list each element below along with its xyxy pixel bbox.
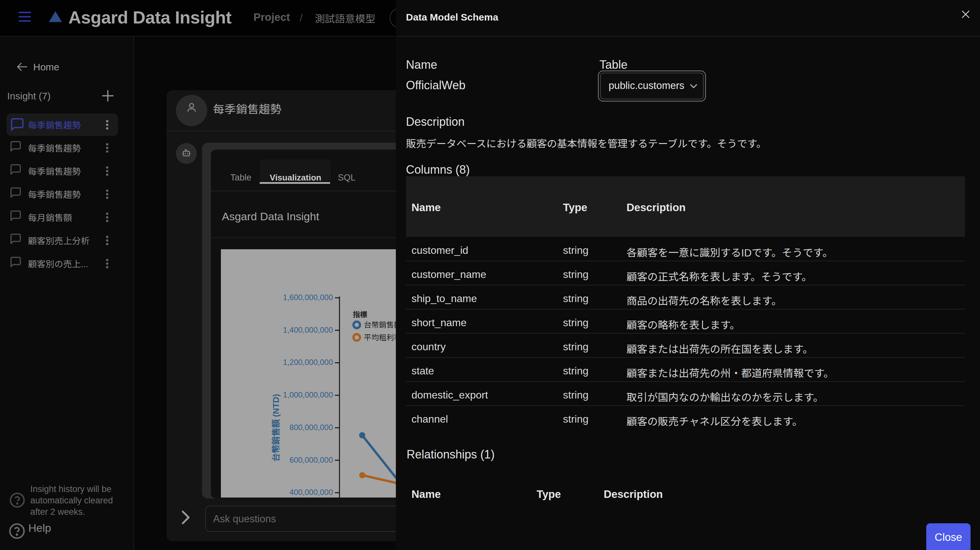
svg-text:1,200,000,000: 1,200,000,000 [283, 358, 333, 367]
svg-text:600,000,000: 600,000,000 [290, 456, 333, 464]
svg-text:指標: 指標 [353, 310, 367, 319]
svg-text:1,600,000,000: 1,600,000,000 [283, 293, 333, 302]
svg-text:1,000,000,000: 1,000,000,000 [283, 390, 333, 399]
svg-text:1,400,000,000: 1,400,000,000 [283, 326, 333, 334]
svg-text:400,000,000: 400,000,000 [290, 488, 333, 497]
svg-text:800,000,000: 800,000,000 [290, 423, 333, 432]
svg-text:台幣銷售額 (NTD): 台幣銷售額 (NTD) [271, 394, 281, 462]
